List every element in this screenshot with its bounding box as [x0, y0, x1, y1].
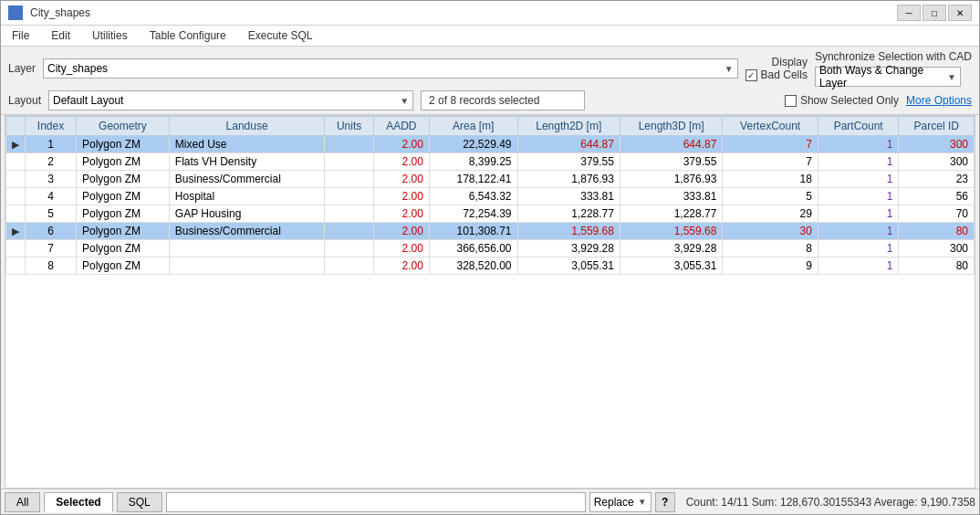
- cell-parcelid: 56: [899, 188, 975, 205]
- cell-vertexcount: 9: [723, 258, 818, 275]
- col-area[interactable]: Area [m]: [429, 117, 517, 136]
- table-row[interactable]: 8Polygon ZM2.00328,520.003,055.313,055.3…: [6, 258, 975, 275]
- cell-index: 8: [26, 258, 77, 275]
- records-selected-text: 2 of 8 records selected: [429, 94, 539, 107]
- layout-combo-value: Default Layout: [53, 94, 123, 107]
- col-length3d[interactable]: Length3D [m]: [620, 117, 722, 136]
- cell-index: 6: [26, 223, 77, 240]
- menu-table-configure[interactable]: Table Configure: [146, 27, 230, 44]
- row-arrow-indicator: ▶: [6, 136, 26, 153]
- stats-text: Count: 14/11 Sum: 128,670.30155343 Avera…: [686, 496, 975, 509]
- bad-cells-checkbox-label[interactable]: Bad Cells: [745, 68, 808, 81]
- menu-utilities[interactable]: Utilities: [89, 27, 131, 44]
- help-button[interactable]: ?: [655, 492, 675, 512]
- sql-tab-button[interactable]: SQL: [117, 492, 162, 512]
- show-selected-only-label[interactable]: Show Selected Only: [785, 94, 899, 107]
- toolbar-row-1: Layer City_shapes ▼ Display Bad Cells: [8, 50, 972, 87]
- window-controls: ─ □ ✕: [897, 5, 972, 21]
- sync-combo-arrow: ▼: [947, 72, 956, 82]
- cell-parcelid: 300: [899, 153, 975, 171]
- layout-combo[interactable]: Default Layout ▼: [48, 90, 413, 110]
- minimize-button[interactable]: ─: [897, 5, 921, 21]
- col-parcelid[interactable]: Parcel ID: [899, 117, 975, 136]
- cell-landuse: Business/Commercial: [169, 171, 325, 188]
- table-row[interactable]: 5Polygon ZMGAP Housing2.0072,254.391,228…: [6, 205, 975, 223]
- cell-partcount: 1: [818, 240, 899, 258]
- display-label: Display: [772, 56, 808, 68]
- table-row[interactable]: ▶1Polygon ZMMixed Use2.0022,529.49644.87…: [6, 136, 975, 153]
- layout-combo-arrow: ▼: [400, 96, 409, 106]
- cell-area: 178,122.41: [429, 171, 517, 188]
- cell-units: [325, 223, 373, 240]
- cell-units: [325, 153, 373, 171]
- col-length2d[interactable]: Length2D [m]: [517, 117, 620, 136]
- cell-units: [325, 205, 373, 223]
- menu-file[interactable]: File: [8, 27, 33, 44]
- cell-length3d: 3,929.28: [620, 240, 722, 258]
- col-partcount[interactable]: PartCount: [818, 117, 899, 136]
- cell-length3d: 3,055.31: [620, 258, 722, 275]
- table-row[interactable]: ▶6Polygon ZMBusiness/Commercial2.00101,3…: [6, 223, 975, 240]
- sync-section: Synchronize Selection with CAD Both Ways…: [815, 50, 972, 87]
- cell-vertexcount: 30: [723, 223, 818, 240]
- table-row[interactable]: 7Polygon ZM2.00366,656.003,929.283,929.2…: [6, 240, 975, 258]
- col-geometry[interactable]: Geometry: [76, 117, 169, 136]
- main-window: City_shapes ─ □ ✕ File Edit Utilities Ta…: [0, 0, 980, 515]
- more-options-link[interactable]: More Options: [906, 94, 972, 107]
- replace-combo-arrow: ▼: [638, 497, 647, 507]
- selected-tab-button[interactable]: Selected: [44, 492, 112, 512]
- app-icon: [8, 5, 23, 20]
- table-row[interactable]: 3Polygon ZMBusiness/Commercial2.00178,12…: [6, 171, 975, 188]
- cell-aadd: 2.00: [373, 240, 429, 258]
- col-index[interactable]: Index: [26, 117, 77, 136]
- menu-edit[interactable]: Edit: [47, 27, 74, 44]
- all-tab-button[interactable]: All: [5, 492, 40, 512]
- cell-parcelid: 80: [899, 223, 975, 240]
- sql-input[interactable]: [166, 492, 586, 512]
- menu-bar: File Edit Utilities Table Configure Exec…: [1, 26, 979, 47]
- cell-aadd: 2.00: [373, 153, 429, 171]
- cell-partcount: 1: [818, 223, 899, 240]
- cell-aadd: 2.00: [373, 188, 429, 205]
- bad-cells-label: Bad Cells: [761, 68, 808, 81]
- col-aadd[interactable]: AADD: [373, 117, 429, 136]
- records-selected-display: 2 of 8 records selected: [421, 90, 585, 110]
- cell-aadd: 2.00: [373, 223, 429, 240]
- row-arrow-indicator: [6, 188, 26, 205]
- cell-units: [325, 171, 373, 188]
- col-landuse[interactable]: Landuse: [169, 117, 325, 136]
- col-arrow[interactable]: [6, 117, 26, 136]
- menu-execute-sql[interactable]: Execute SQL: [245, 27, 317, 44]
- col-vertexcount[interactable]: VertexCount: [723, 117, 818, 136]
- cell-units: [325, 240, 373, 258]
- cell-parcelid: 300: [899, 136, 975, 153]
- cell-index: 4: [26, 188, 77, 205]
- maximize-button[interactable]: □: [923, 5, 946, 21]
- layer-combo[interactable]: City_shapes ▼: [43, 58, 738, 79]
- row-arrow-indicator: [6, 171, 26, 188]
- bad-cells-checkbox[interactable]: [745, 69, 757, 81]
- replace-combo-value: Replace: [594, 496, 634, 509]
- cell-partcount: 1: [818, 136, 899, 153]
- cell-index: 1: [26, 136, 77, 153]
- cell-index: 2: [26, 153, 77, 171]
- show-selected-only-checkbox[interactable]: [785, 95, 797, 107]
- replace-combo[interactable]: Replace ▼: [589, 492, 652, 512]
- cell-units: [325, 188, 373, 205]
- cell-area: 101,308.71: [429, 223, 517, 240]
- data-table: Index Geometry Landuse Units AADD Area […: [5, 116, 975, 275]
- cell-vertexcount: 18: [723, 171, 818, 188]
- table-row[interactable]: 2Polygon ZMFlats VH Density2.008,399.253…: [6, 153, 975, 171]
- layout-label: Layout: [8, 94, 41, 107]
- sync-combo[interactable]: Both Ways & Change Layer ▼: [815, 67, 961, 87]
- table-header-row: Index Geometry Landuse Units AADD Area […: [6, 117, 975, 136]
- cell-partcount: 1: [818, 153, 899, 171]
- cell-length3d: 644.87: [620, 136, 722, 153]
- cell-area: 366,656.00: [429, 240, 517, 258]
- cell-units: [325, 136, 373, 153]
- cell-geometry: Polygon ZM: [76, 171, 169, 188]
- cell-landuse: [169, 240, 325, 258]
- close-button[interactable]: ✕: [948, 5, 972, 21]
- col-units[interactable]: Units: [325, 117, 373, 136]
- table-row[interactable]: 4Polygon ZMHospital2.006,543.32333.81333…: [6, 188, 975, 205]
